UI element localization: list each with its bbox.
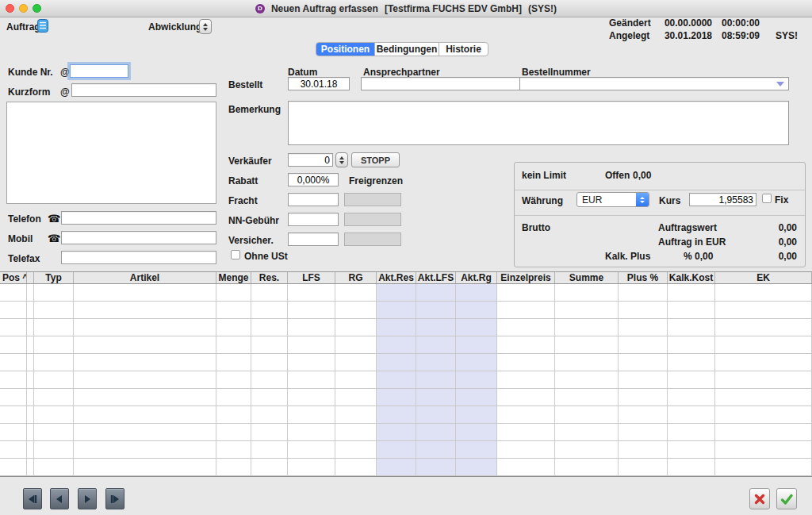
stopp-button[interactable]: STOPP	[351, 152, 400, 167]
abwicklung-label: Abwicklung	[148, 21, 201, 33]
table-cell	[74, 406, 216, 423]
table-cell	[74, 284, 216, 301]
nn-gebuehr-input[interactable]	[288, 213, 339, 226]
column-header-kalk-kost[interactable]: Kalk.Kost	[668, 272, 715, 283]
versicher-input[interactable]	[288, 233, 339, 246]
fracht-input[interactable]	[288, 193, 339, 206]
table-cell	[288, 319, 335, 336]
tab-bedingungen[interactable]: Bedingungen	[375, 43, 439, 56]
tab-historie[interactable]: Historie	[439, 43, 488, 56]
table-row[interactable]	[0, 441, 812, 459]
close-window-button[interactable]	[6, 4, 14, 13]
verkaeufer-input[interactable]	[288, 153, 333, 167]
table-cell	[288, 424, 335, 440]
table-cell	[251, 354, 288, 371]
table-cell	[497, 389, 555, 405]
table-row[interactable]	[0, 354, 812, 371]
table-cell	[0, 354, 27, 371]
column-header-blank[interactable]	[27, 272, 34, 283]
table-cell	[27, 424, 34, 440]
ansprechpartner-combobox[interactable]	[361, 77, 534, 90]
zoom-window-button[interactable]	[33, 4, 41, 13]
table-cell	[74, 336, 216, 353]
bestellnummer-combobox[interactable]	[519, 77, 789, 90]
table-cell	[74, 389, 216, 405]
column-header-rg[interactable]: RG	[335, 272, 377, 283]
table-row[interactable]	[0, 424, 812, 441]
column-header-res-[interactable]: Res.	[251, 272, 288, 283]
tab-bar: Positionen Bedingungen Historie	[316, 42, 488, 56]
confirm-button[interactable]	[776, 488, 797, 509]
table-cell	[335, 459, 377, 475]
table-cell	[27, 354, 34, 371]
mobil-input[interactable]	[61, 231, 216, 244]
table-cell	[335, 371, 377, 388]
minimize-window-button[interactable]	[19, 4, 28, 13]
table-cell	[668, 406, 715, 423]
table-cell	[456, 459, 497, 475]
table-cell	[416, 336, 456, 353]
column-header-akt-res[interactable]: Akt.Res	[377, 272, 416, 283]
table-row[interactable]	[0, 459, 812, 476]
abwicklung-stepper[interactable]	[199, 19, 212, 34]
order-list-icon[interactable]	[37, 19, 48, 35]
table-row[interactable]	[0, 389, 812, 406]
column-header-typ[interactable]: Typ	[34, 272, 74, 283]
table-row[interactable]	[0, 406, 812, 424]
column-header-akt-lfs[interactable]: Akt.LFS	[416, 272, 456, 283]
dropdown-arrow-icon	[776, 82, 784, 86]
table-cell	[377, 319, 416, 336]
column-header-summe[interactable]: Summe	[555, 272, 619, 283]
bestellt-date-input[interactable]	[288, 77, 350, 90]
telefax-input[interactable]	[61, 251, 216, 264]
column-header-pos[interactable]: Pos ^	[0, 272, 27, 283]
table-row[interactable]	[0, 336, 812, 354]
table-cell	[34, 371, 74, 388]
kurzform-input[interactable]	[71, 83, 216, 97]
column-header-ek[interactable]: EK	[715, 272, 812, 283]
previous-record-button[interactable]	[50, 488, 69, 509]
next-record-button[interactable]	[78, 488, 97, 509]
waehrung-popup[interactable]: EUR	[576, 192, 649, 207]
fix-checkbox[interactable]	[762, 194, 772, 203]
table-cell	[497, 441, 555, 458]
kurs-input[interactable]	[689, 193, 756, 206]
bemerkung-textarea[interactable]	[288, 101, 789, 145]
ohne-ust-checkbox[interactable]	[231, 250, 240, 259]
cancel-button[interactable]	[749, 488, 770, 509]
table-cell	[377, 336, 416, 353]
kurs-label: Kurs	[659, 195, 680, 206]
table-cell	[497, 424, 555, 440]
rabatt-input[interactable]	[288, 173, 339, 186]
tab-positionen[interactable]: Positionen	[316, 43, 375, 56]
verkaeufer-stepper[interactable]	[335, 152, 348, 167]
window-title: Neuen Auftrag erfassen	[271, 3, 378, 14]
kunde-nr-input[interactable]	[70, 64, 128, 78]
table-row[interactable]	[0, 302, 812, 319]
column-header-menge[interactable]: Menge	[216, 272, 251, 283]
column-header-artikel[interactable]: Artikel	[74, 272, 216, 283]
table-cell	[497, 302, 555, 318]
column-header-einzelpreis[interactable]: Einzelpreis	[497, 272, 555, 283]
angelegt-time: 08:59:09	[718, 30, 760, 41]
first-record-button[interactable]	[23, 488, 42, 509]
last-record-button[interactable]	[105, 488, 124, 509]
table-cell	[416, 354, 456, 371]
table-cell	[456, 371, 497, 388]
column-header-lfs[interactable]: LFS	[288, 272, 335, 283]
table-row[interactable]	[0, 371, 812, 389]
address-box[interactable]	[6, 102, 216, 204]
table-cell	[288, 459, 335, 475]
table-cell	[288, 406, 335, 423]
telefon-input[interactable]	[61, 211, 216, 225]
auftrag-in-eur-label: Auftrag in EUR	[658, 236, 726, 248]
table-cell	[619, 319, 668, 336]
table-row[interactable]	[0, 284, 812, 302]
column-header-akt-rg[interactable]: Akt.Rg	[456, 272, 497, 283]
table-row[interactable]	[0, 319, 812, 336]
table-cell	[377, 424, 416, 440]
column-header-plus-[interactable]: Plus %	[619, 272, 668, 283]
fix-label: Fix	[775, 194, 788, 206]
table-cell	[619, 424, 668, 440]
table-cell	[288, 302, 335, 318]
